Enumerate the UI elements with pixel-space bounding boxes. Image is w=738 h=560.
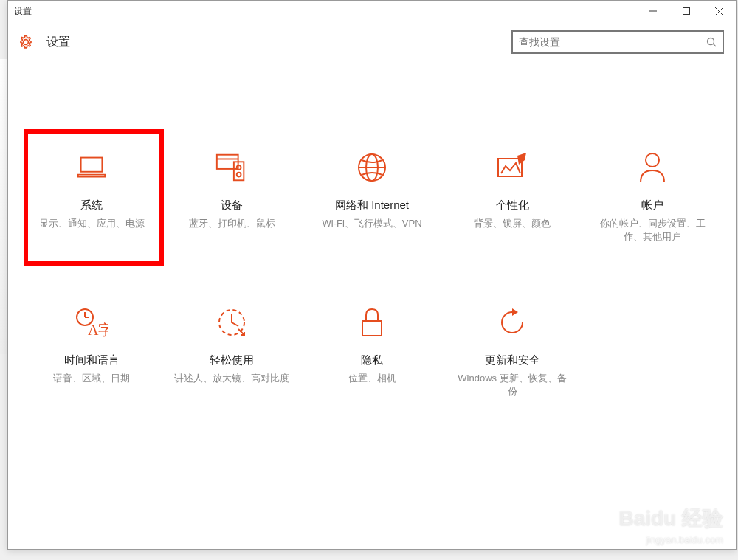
category-desc: 蓝牙、打印机、鼠标 — [189, 217, 275, 230]
settings-window: 设置 设置 — [7, 0, 737, 550]
titlebar: 设置 — [8, 1, 736, 21]
category-desc: Windows 更新、恢复、备份 — [454, 372, 570, 398]
svg-rect-22 — [362, 321, 382, 336]
time-language-icon: A字 — [74, 305, 109, 340]
category-title: 时间和语言 — [64, 353, 120, 367]
category-personalization[interactable]: 个性化 背景、锁屏、颜色 — [442, 136, 582, 291]
svg-rect-6 — [81, 158, 103, 172]
svg-point-10 — [237, 165, 241, 170]
svg-rect-1 — [683, 8, 689, 15]
search-box[interactable] — [511, 30, 724, 54]
category-desc: 显示、通知、应用、电源 — [39, 217, 145, 230]
svg-text:A字: A字 — [88, 322, 108, 338]
category-desc: 语音、区域、日期 — [53, 372, 130, 385]
category-desc: 位置、相机 — [348, 372, 396, 385]
svg-point-11 — [237, 173, 241, 177]
window-title: 设置 — [14, 5, 636, 18]
svg-point-16 — [646, 153, 659, 167]
category-title: 设备 — [221, 198, 243, 212]
category-time-language[interactable]: A字 时间和语言 语音、区域、日期 — [21, 291, 162, 446]
close-button[interactable] — [703, 1, 736, 21]
minimize-button[interactable] — [636, 1, 669, 21]
ease-of-access-icon — [214, 305, 249, 340]
category-ease-of-access[interactable]: 轻松使用 讲述人、放大镜、高对比度 — [162, 291, 302, 446]
search-input[interactable] — [519, 36, 706, 48]
person-icon — [635, 150, 670, 185]
background-occluded — [0, 59, 7, 354]
category-title: 更新和安全 — [485, 353, 540, 367]
personalization-icon — [494, 150, 530, 185]
category-title: 个性化 — [496, 198, 529, 212]
gear-icon — [18, 35, 33, 49]
category-accounts[interactable]: 帐户 你的帐户、同步设置、工作、其他用户 — [582, 136, 723, 291]
search-icon — [706, 37, 717, 47]
category-privacy[interactable]: 隐私 位置、相机 — [302, 291, 442, 446]
category-desc: 讲述人、放大镜、高对比度 — [174, 372, 289, 385]
category-title: 隐私 — [361, 353, 383, 367]
header: 设置 — [8, 21, 736, 63]
category-desc: Wi-Fi、飞行模式、VPN — [322, 217, 421, 230]
window-controls — [636, 1, 736, 21]
category-update-security[interactable]: 更新和安全 Windows 更新、恢复、备份 — [442, 291, 582, 446]
category-desc: 你的帐户、同步设置、工作、其他用户 — [594, 217, 711, 243]
category-title: 网络和 Internet — [335, 198, 409, 212]
update-icon — [494, 305, 530, 340]
category-title: 帐户 — [641, 198, 663, 212]
globe-icon — [354, 150, 390, 185]
category-system[interactable]: 系统 显示、通知、应用、电源 — [21, 136, 162, 291]
category-network[interactable]: 网络和 Internet Wi-Fi、飞行模式、VPN — [302, 136, 442, 291]
svg-rect-9 — [234, 162, 244, 180]
category-devices[interactable]: 设备 蓝牙、打印机、鼠标 — [162, 136, 302, 291]
laptop-icon — [74, 150, 109, 185]
lock-icon — [354, 305, 390, 340]
maximize-button[interactable] — [669, 1, 703, 21]
content-area: 系统 显示、通知、应用、电源 设备 蓝牙、打印机、鼠标 网络和 Internet… — [8, 63, 736, 549]
category-title: 轻松使用 — [210, 353, 254, 367]
devices-icon — [214, 150, 249, 185]
category-grid: 系统 显示、通知、应用、电源 设备 蓝牙、打印机、鼠标 网络和 Internet… — [8, 136, 736, 446]
svg-point-4 — [708, 38, 714, 45]
category-desc: 背景、锁屏、颜色 — [474, 217, 551, 230]
svg-line-5 — [714, 44, 717, 47]
page-title: 设置 — [46, 35, 511, 50]
category-title: 系统 — [80, 198, 103, 212]
